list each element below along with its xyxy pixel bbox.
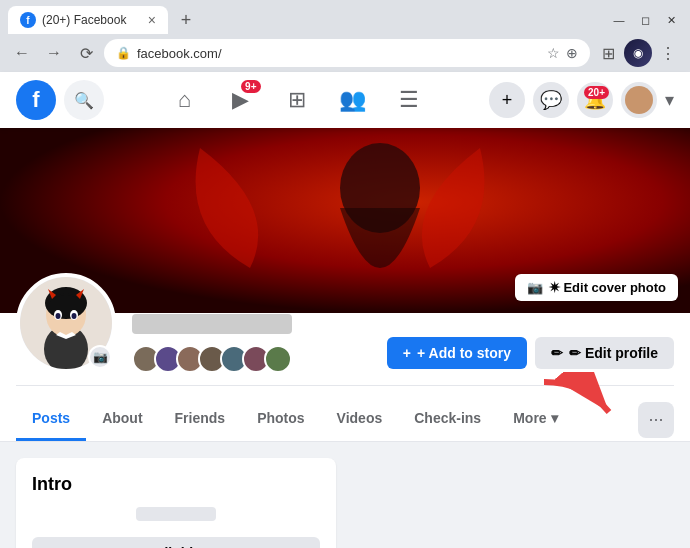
edit-cover-photo-button[interactable]: 📷 ✷ Edit cover photo — [515, 274, 678, 301]
profile-section: 📷 + + Add to story — [0, 313, 690, 398]
chevron-down-icon: ▾ — [551, 410, 558, 426]
messenger-button[interactable]: 💬 — [533, 82, 569, 118]
address-text: facebook.com/ — [137, 46, 541, 61]
browser-actions: ⊞ ◉ ⋮ — [594, 39, 682, 67]
marketplace-nav-item[interactable]: ⊞ — [273, 76, 321, 124]
tab-favicon: f — [20, 12, 36, 28]
dots-icon: ··· — [648, 409, 663, 430]
tab-photos[interactable]: Photos — [241, 398, 320, 441]
address-bar-row: ← → ⟳ 🔒 facebook.com/ ☆ ⊕ ⊞ ◉ ⋮ — [0, 34, 690, 72]
profile-button[interactable]: ◉ — [624, 39, 652, 67]
reload-button[interactable]: ⟳ — [72, 39, 100, 67]
tab-title: (20+) Facebook — [42, 13, 142, 27]
tab-bar: f (20+) Facebook × + ― ◻ ✕ — [0, 0, 690, 34]
expand-button[interactable]: ▾ — [665, 89, 674, 111]
intro-card: Intro Edit bio 🏠 Lives in 🤍 Single 🕐 Joi… — [16, 458, 336, 548]
new-tab-button[interactable]: + — [172, 6, 200, 34]
tab-checkins[interactable]: Check-ins — [398, 398, 497, 441]
close-button[interactable]: ✕ — [660, 9, 682, 31]
menu-nav-item[interactable]: ☰ — [385, 76, 433, 124]
extensions-button[interactable]: ⊞ — [594, 39, 622, 67]
tab-videos[interactable]: Videos — [321, 398, 399, 441]
camera-icon: 📷 — [527, 280, 543, 295]
home-nav-item[interactable]: ⌂ — [161, 76, 209, 124]
home-icon: ⌂ — [178, 87, 191, 113]
groups-icon: 👥 — [339, 87, 366, 113]
back-button[interactable]: ← — [8, 39, 36, 67]
tab-close-button[interactable]: × — [148, 12, 156, 28]
profile-name — [132, 314, 387, 339]
search-button[interactable]: 🔍 — [64, 80, 104, 120]
svg-point-10 — [72, 313, 77, 319]
edit-bio-button[interactable]: Edit bio — [32, 537, 320, 548]
notifications-badge: 20+ — [584, 86, 609, 99]
avatar-wrap: 📷 — [16, 273, 116, 373]
edit-cover-label: ✷ Edit cover photo — [549, 280, 666, 295]
camera-small-icon: 📷 — [93, 350, 108, 364]
friend-avatars — [132, 345, 387, 373]
profile-nav: Posts About Friends Photos Videos Check-… — [0, 398, 690, 442]
account-button[interactable] — [621, 82, 657, 118]
profile-name-area — [132, 314, 387, 373]
avatar-camera-button[interactable]: 📷 — [88, 345, 112, 369]
marketplace-icon: ⊞ — [288, 87, 306, 113]
create-button[interactable]: + — [489, 82, 525, 118]
search-icon: 🔍 — [74, 91, 94, 110]
facebook-nav: ⌂ ▶ 9+ ⊞ 👥 ☰ — [104, 76, 489, 124]
add-to-story-button[interactable]: + + Add to story — [387, 337, 527, 369]
nav-more-dots-button[interactable]: ··· — [638, 402, 674, 438]
edit-profile-label: ✏ Edit profile — [569, 345, 658, 361]
plus-icon: + — [403, 345, 411, 361]
address-bar[interactable]: 🔒 facebook.com/ ☆ ⊕ — [104, 39, 590, 67]
pencil-icon: ✏ — [551, 345, 563, 361]
edit-profile-button[interactable]: ✏ ✏ Edit profile — [535, 337, 674, 369]
minimize-button[interactable]: ― — [608, 9, 630, 31]
svg-point-9 — [56, 313, 61, 319]
profile-actions: + + Add to story ✏ ✏ Edit profile — [387, 337, 674, 373]
tab-more[interactable]: More ▾ — [497, 398, 573, 441]
maximize-button[interactable]: ◻ — [634, 9, 656, 31]
browser-chrome: f (20+) Facebook × + ― ◻ ✕ ← → ⟳ 🔒 faceb… — [0, 0, 690, 72]
content-area: Intro Edit bio 🏠 Lives in 🤍 Single 🕐 Joi… — [0, 442, 690, 548]
extension-icon[interactable]: ⊕ — [566, 45, 578, 61]
video-nav-item[interactable]: ▶ 9+ — [217, 76, 265, 124]
active-tab[interactable]: f (20+) Facebook × — [8, 6, 168, 34]
notifications-button[interactable]: 🔔 20+ — [577, 82, 613, 118]
star-icon[interactable]: ☆ — [547, 45, 560, 61]
nav-right: ··· — [638, 402, 674, 438]
groups-nav-item[interactable]: 👥 — [329, 76, 377, 124]
friend-avatar[interactable] — [264, 345, 292, 373]
forward-button[interactable]: → — [40, 39, 68, 67]
window-controls: ― ◻ ✕ — [608, 9, 682, 31]
intro-title: Intro — [32, 474, 320, 495]
address-icons: ☆ ⊕ — [547, 45, 578, 61]
left-column: Intro Edit bio 🏠 Lives in 🤍 Single 🕐 Joi… — [16, 458, 336, 548]
menu-icon: ☰ — [399, 87, 419, 113]
lock-icon: 🔒 — [116, 46, 131, 60]
name-blurred — [132, 314, 292, 334]
bio-blur — [136, 507, 216, 521]
tab-about[interactable]: About — [86, 398, 158, 441]
tab-posts[interactable]: Posts — [16, 398, 86, 441]
tab-friends[interactable]: Friends — [159, 398, 242, 441]
add-story-label: + Add to story — [417, 345, 511, 361]
profile-top: 📷 + + Add to story — [16, 313, 674, 386]
facebook-actions: + 💬 🔔 20+ ▾ — [489, 82, 674, 118]
video-badge: 9+ — [241, 80, 260, 93]
facebook-logo[interactable]: f — [16, 80, 56, 120]
menu-button[interactable]: ⋮ — [654, 39, 682, 67]
facebook-topbar: f 🔍 ⌂ ▶ 9+ ⊞ 👥 ☰ + 💬 🔔 20+ ▾ — [0, 72, 690, 128]
